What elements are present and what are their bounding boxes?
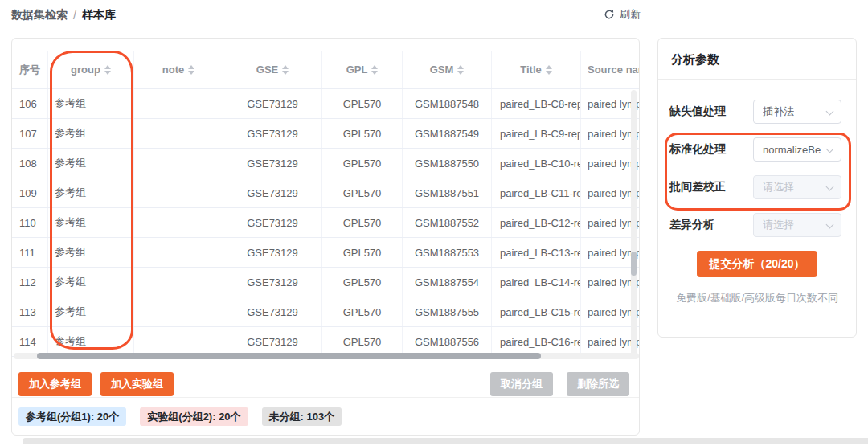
cell-group: 参考组 (48, 178, 134, 207)
cell-group: 参考组 (48, 208, 134, 237)
caret-down-icon (282, 71, 289, 75)
select-diff-analysis[interactable]: 请选择 (753, 213, 841, 237)
column-header-index: 序号 (12, 51, 48, 88)
cell-index: 109 (12, 178, 48, 207)
delete-selected-button[interactable]: 删除所选 (567, 372, 629, 396)
breadcrumb-section[interactable]: 数据集检索 (11, 8, 68, 23)
table-row[interactable]: 106参考组GSE73129GPL570GSM1887548paired_LB-… (12, 89, 639, 119)
cell-gpl[interactable]: GPL570 (322, 149, 403, 178)
cell-gpl[interactable]: GPL570 (322, 89, 403, 118)
cell-index: 114 (12, 327, 48, 356)
horizontal-scrollbar-thumb[interactable] (37, 353, 541, 359)
cell-gsm: GSM1887549 (403, 119, 492, 148)
chevron-down-icon (826, 108, 834, 116)
column-header-label: Title (520, 63, 542, 76)
chevron-down-icon (826, 183, 834, 191)
cell-gpl[interactable]: GPL570 (322, 268, 403, 297)
cell-gpl[interactable]: GPL570 (322, 297, 403, 326)
caret-up-icon (188, 65, 194, 69)
table-row[interactable]: 108参考组GSE73129GPL570GSM1887550paired_LB-… (12, 149, 639, 178)
submit-analysis-button[interactable]: 提交分析（20/20） (697, 251, 817, 277)
breadcrumb: 数据集检索 / 样本库 (11, 8, 116, 23)
cell-title: paired_LB-C15-rep1 (492, 297, 581, 326)
group-stat-badge-reference: 参考组(分组1): 20个 (18, 407, 126, 426)
add-experiment-group-button[interactable]: 加入实验组 (100, 372, 174, 396)
sort-icon[interactable] (457, 65, 464, 75)
cell-gse[interactable]: GSE73129 (223, 119, 322, 148)
table-row[interactable]: 111参考组GSE73129GPL570GSM1887553paired_LB-… (12, 238, 639, 268)
select-normalization[interactable]: normalizeBe (753, 137, 841, 162)
cell-gsm: GSM1887556 (403, 327, 492, 356)
refresh-label: 刷新 (620, 7, 641, 22)
cell-title: paired_LB-C14-rep1 (492, 268, 581, 297)
cell-index: 110 (12, 208, 48, 237)
table-row[interactable]: 107参考组GSE73129GPL570GSM1887549paired_LB-… (12, 119, 639, 149)
cell-gsm: GSM1887550 (403, 149, 492, 178)
column-header-group[interactable]: group (48, 51, 134, 88)
column-header-gse[interactable]: GSE (223, 51, 322, 88)
cell-gpl[interactable]: GPL570 (322, 238, 403, 267)
sort-icon[interactable] (371, 65, 378, 75)
sort-icon[interactable] (104, 65, 111, 75)
cell-gsm: GSM1887548 (403, 89, 492, 118)
sort-icon[interactable] (282, 65, 289, 75)
caret-up-icon (457, 65, 464, 69)
cell-gse[interactable]: GSE73129 (223, 238, 322, 267)
cell-gse[interactable]: GSE73129 (223, 89, 322, 118)
table-row[interactable]: 113参考组GSE73129GPL570GSM1887555paired_LB-… (12, 297, 639, 327)
table-row[interactable]: 110参考组GSE73129GPL570GSM1887552paired_LB-… (12, 208, 639, 238)
vertical-scrollbar-track[interactable] (631, 90, 637, 356)
form-label-diff-analysis: 差异分析 (669, 218, 714, 232)
cell-note (134, 89, 223, 118)
sample-table: 序号groupnoteGSEGPLGSMTitleSource nam 106参… (12, 51, 639, 357)
group-stats-row: 参考组(分组1): 20个实验组(分组2): 20个未分组: 103个 (18, 407, 342, 426)
cell-gpl[interactable]: GPL570 (322, 119, 403, 148)
column-header-label: 序号 (19, 63, 40, 77)
refresh-button[interactable]: 刷新 (604, 7, 641, 22)
caret-down-icon (104, 71, 111, 75)
cell-gse[interactable]: GSE73129 (223, 149, 322, 178)
column-header-label: Source nam (588, 63, 639, 76)
caret-down-icon (188, 71, 194, 75)
table-row[interactable]: 112参考组GSE73129GPL570GSM1887554paired_LB-… (12, 268, 639, 297)
cell-note (134, 238, 223, 267)
cell-gse[interactable]: GSE73129 (223, 208, 322, 237)
column-header-label: group (71, 63, 100, 76)
cell-gpl[interactable]: GPL570 (322, 327, 403, 356)
cancel-grouping-button[interactable]: 取消分组 (490, 372, 553, 396)
column-header-title[interactable]: Title (492, 51, 581, 88)
select-value: 插补法 (763, 104, 794, 119)
column-header-note[interactable]: note (134, 51, 223, 88)
column-header-gsm[interactable]: GSM (403, 51, 492, 88)
sort-icon[interactable] (546, 65, 552, 75)
column-header-label: GPL (346, 63, 368, 76)
cell-gse[interactable]: GSE73129 (223, 327, 322, 356)
column-header-gpl[interactable]: GPL (322, 51, 403, 88)
select-value: normalizeBe (763, 144, 821, 156)
column-header-label: GSE (256, 63, 278, 76)
sort-icon[interactable] (188, 65, 194, 75)
cell-gpl[interactable]: GPL570 (322, 178, 403, 207)
table-row[interactable]: 109参考组GSE73129GPL570GSM1887551paired_LB-… (12, 178, 639, 208)
select-batch-correction[interactable]: 请选择 (753, 175, 841, 199)
vertical-scrollbar-thumb[interactable] (631, 252, 637, 276)
add-reference-group-button[interactable]: 加入参考组 (18, 372, 92, 396)
cell-title: paired_LB-C9-rep1 (492, 119, 581, 148)
caret-up-icon (371, 65, 378, 69)
cell-gse[interactable]: GSE73129 (223, 297, 322, 326)
caret-up-icon (282, 65, 289, 69)
cell-gse[interactable]: GSE73129 (223, 178, 322, 207)
select-missing-value[interactable]: 插补法 (753, 100, 841, 124)
page-horizontal-scrollbar[interactable] (23, 438, 868, 444)
form-row-missing-value: 缺失值处理插补法 (669, 100, 841, 124)
cell-gse[interactable]: GSE73129 (223, 268, 322, 297)
cell-note (134, 149, 223, 178)
group-stat-badge-ungrouped: 未分组: 103个 (262, 407, 342, 426)
column-header-label: GSM (430, 63, 454, 76)
cell-gpl[interactable]: GPL570 (322, 208, 403, 237)
select-value: 请选择 (763, 218, 794, 232)
cell-gsm: GSM1887553 (403, 238, 492, 267)
cell-index: 108 (12, 149, 48, 178)
select-value: 请选择 (763, 180, 794, 194)
form-row-normalization: 标准化处理normalizeBe (669, 137, 841, 162)
